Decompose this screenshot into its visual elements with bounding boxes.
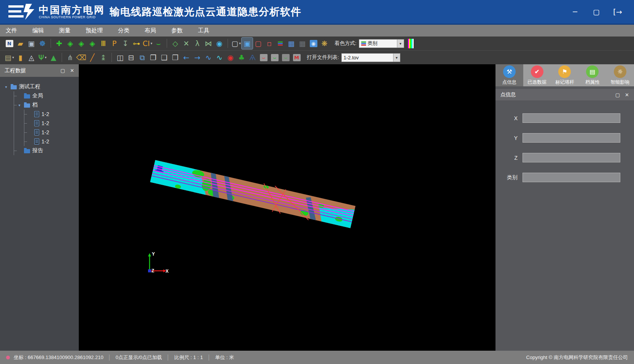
close-panel-icon[interactable]: ✕ — [625, 92, 629, 98]
tab-smart-impact[interactable]: ☼智能影响 — [606, 64, 634, 86]
menu-layout[interactable]: 布局 — [145, 27, 156, 34]
profile-tool-icon[interactable]: P — [109, 38, 120, 49]
new-file-icon[interactable]: N — [4, 38, 15, 49]
grid-dim-icon[interactable]: ▦ — [297, 38, 308, 49]
move-icon[interactable]: ✚ — [54, 38, 65, 49]
select-rect-icon[interactable]: ▣ — [242, 38, 253, 49]
bulb-icon: ☼ — [614, 65, 626, 78]
span-green-icon[interactable]: ⌣ — [269, 52, 280, 63]
field-input-category[interactable] — [522, 173, 620, 182]
menu-file[interactable]: 文件 — [6, 27, 17, 34]
visibility-eye-icon[interactable]: ◉ — [214, 38, 225, 49]
float-panel-icon[interactable]: ▢ — [615, 92, 620, 98]
exit-button[interactable]: [→ — [613, 8, 623, 16]
forward-icon[interactable]: → — [192, 52, 203, 63]
menu-params[interactable]: 参数 — [171, 27, 183, 34]
tree-item-file-4[interactable]: 1-2 — [24, 137, 77, 146]
settings-gear-icon[interactable]: ☸ — [37, 38, 48, 49]
tree-item-report[interactable]: 报告 — [14, 146, 77, 155]
select-point-icon[interactable]: ▫ — [264, 38, 275, 49]
menu-classify[interactable]: 分类 — [118, 27, 129, 34]
colorbar-icon[interactable] — [408, 39, 414, 48]
window-copy2-icon[interactable]: ❒ — [170, 52, 181, 63]
tree-icon[interactable]: ♣ — [236, 52, 247, 63]
ruler-vertical-icon[interactable]: ▮ — [15, 52, 26, 63]
select-polygon-icon[interactable]: ▢ — [253, 38, 264, 49]
swap-tool-icon[interactable]: ⋈ — [203, 38, 214, 49]
broom-icon[interactable]: ⌫ — [76, 52, 87, 63]
split-horizontal-icon[interactable]: ⊟ — [126, 52, 137, 63]
split-vertical-icon[interactable]: ◫ — [115, 52, 126, 63]
rotate-z-icon[interactable]: ◈ — [87, 38, 98, 49]
diamond-outline-icon[interactable]: ◇ — [170, 38, 181, 49]
tree-item-file-3[interactable]: 1-2 — [24, 128, 77, 137]
tab-point-info[interactable]: ⚒点信息 — [495, 64, 523, 86]
flag-icon: ⚑ — [558, 65, 571, 78]
dropdown-arrow-icon[interactable]: ▾ — [397, 40, 404, 48]
new-window-icon[interactable]: ❐ — [148, 52, 159, 63]
menu-preprocess[interactable]: 预处理 — [86, 27, 103, 34]
rotate-y-icon[interactable]: ◈ — [76, 38, 87, 49]
tree-item-spans[interactable]: ▾档 — [14, 100, 77, 110]
open-folder-icon[interactable]: ▰ — [15, 38, 26, 49]
merge-m-icon[interactable]: M — [291, 52, 302, 63]
viewport-3d[interactable]: Y X Z — [79, 64, 495, 351]
tab-mark-tower[interactable]: ⚑标记塔杆 — [551, 64, 579, 86]
location-pin-icon[interactable]: ◉ — [225, 52, 236, 63]
layers-icon[interactable] — [275, 38, 286, 49]
catenary-icon[interactable]: ⌣ — [153, 38, 164, 49]
height-measure-icon[interactable]: ↧ — [120, 38, 131, 49]
section-line-icon[interactable]: ↨ — [98, 52, 109, 63]
file-list-combo-select[interactable]: 1-2.tov▾ — [341, 53, 400, 62]
polyline-blue-icon[interactable]: ∿ — [203, 52, 214, 63]
cross-tool-icon[interactable]: ✕ — [181, 38, 192, 49]
menu-tools[interactable]: 工具 — [198, 27, 209, 34]
grid-icon[interactable]: ▦ — [286, 38, 297, 49]
tab-span-properties[interactable]: ▤档属性 — [578, 64, 606, 86]
back-icon[interactable]: ← — [181, 52, 192, 63]
expand-arrow-icon[interactable]: ▾ — [17, 103, 22, 107]
pole-tool-icon[interactable]: λ — [192, 38, 203, 49]
status-unit: 单位 : 米 — [215, 354, 234, 361]
remove-lines-icon[interactable]: Ⅲ — [98, 38, 109, 49]
field-input-x[interactable] — [522, 113, 620, 123]
vector-node-icon[interactable]: Ψ▾ — [37, 52, 48, 63]
tree-item-project[interactable]: ▾测试工程 — [4, 82, 77, 91]
menu-edit[interactable]: 编辑 — [32, 27, 44, 34]
dropdown-arrow-icon[interactable]: ▾ — [393, 54, 400, 62]
minimize-button[interactable]: ─ — [570, 8, 580, 16]
rotate-x-icon[interactable]: ◈ — [65, 38, 76, 49]
close-panel-icon[interactable]: ✕ — [70, 68, 74, 73]
camera-icon[interactable]: ◉ — [308, 38, 319, 49]
window-copy-icon[interactable]: ❑ — [159, 52, 170, 63]
slope-warning-icon[interactable]: ◬ — [26, 52, 37, 63]
nodes-tool-icon[interactable]: ⋔ — [65, 52, 76, 63]
expand-arrow-icon[interactable]: ▾ — [4, 85, 8, 89]
palette-icon[interactable]: ❋ — [319, 38, 330, 49]
tree-item-file-1[interactable]: 1-2 — [24, 110, 77, 119]
status-scale: 比例尺 : 1 : 1 — [174, 354, 203, 361]
tree-item-global[interactable]: 全局 — [14, 91, 77, 100]
menu-measure[interactable]: 测量 — [59, 27, 70, 34]
field-input-z[interactable] — [522, 153, 620, 162]
span-green-dim-icon[interactable]: ⌣ — [280, 52, 291, 63]
maximize-button[interactable]: ▢ — [591, 8, 601, 16]
coloring-combo-select[interactable]: 类别▾ — [359, 39, 404, 48]
viewport-canvas[interactable]: Y X Z — [79, 64, 495, 351]
north-arrow-icon[interactable]: ▲ — [48, 52, 59, 63]
ruler-diagonal-icon[interactable]: ╱ — [87, 52, 98, 63]
span-red-icon[interactable]: ⌣ — [258, 52, 269, 63]
save-icon[interactable]: ▣ — [26, 38, 37, 49]
field-label-y: Y — [495, 135, 518, 141]
select-rect-dropdown-icon[interactable]: ▢▾ — [231, 38, 242, 49]
brush-dropdown-icon[interactable]: ▤▾ — [4, 52, 15, 63]
polyline-cyan-icon[interactable]: ∿ — [214, 52, 225, 63]
tower-icon[interactable]: Ѧ — [247, 52, 258, 63]
float-panel-icon[interactable]: ▢ — [61, 68, 65, 73]
ci-dropdown-icon[interactable]: CI▾ — [142, 38, 153, 49]
tree-item-file-2[interactable]: 1-2 — [24, 119, 77, 128]
key-tool-icon[interactable]: ⊶ — [131, 38, 142, 49]
field-input-y[interactable] — [522, 133, 620, 143]
cascade-windows-icon[interactable]: ⧉ — [137, 52, 148, 63]
tab-selected-data[interactable]: ✔已选数据 — [523, 64, 551, 86]
